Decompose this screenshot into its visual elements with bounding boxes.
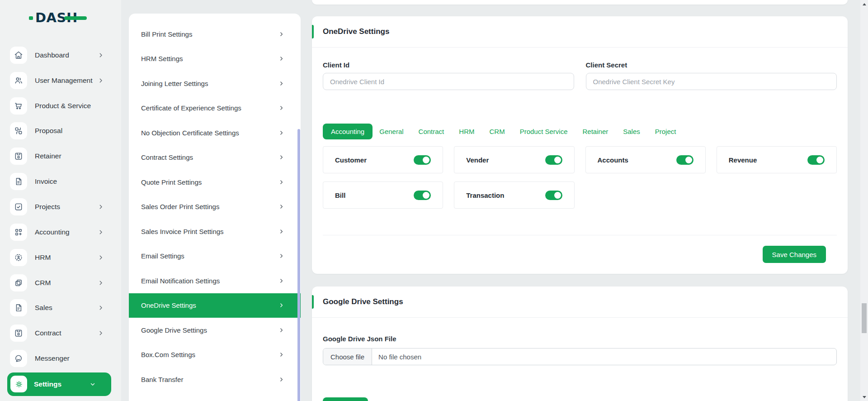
- messenger-chat-icon: [10, 350, 27, 367]
- chevron-right-icon: [278, 31, 284, 37]
- client-secret-label: Client Secret: [586, 61, 837, 69]
- settings-menu-item-sales-order-print[interactable]: Sales Order Print Settings: [129, 195, 301, 220]
- tab-product-service[interactable]: Product Service: [520, 128, 568, 135]
- sidebar-item-product-service[interactable]: Product & Service: [0, 93, 121, 119]
- card-title: Google Drive Settings: [323, 297, 403, 306]
- chevron-right-icon: [278, 229, 284, 234]
- page-scrollbar[interactable]: [860, 0, 868, 401]
- accounts-toggle[interactable]: [676, 155, 693, 165]
- users-icon: [10, 72, 27, 89]
- settings-menu-item-label: No Objection Certificate Settings: [141, 129, 239, 137]
- google-drive-settings-card: Google Drive Settings Google Drive Json …: [312, 286, 848, 401]
- sidebar-item-label: Dashboard: [35, 51, 69, 59]
- tab-project[interactable]: Project: [655, 128, 676, 135]
- bill-toggle[interactable]: [414, 191, 431, 200]
- vender-toggle[interactable]: [545, 155, 562, 165]
- settings-menu-item-label: Joining Letter Settings: [141, 80, 208, 87]
- sidebar-item-retainer[interactable]: Retainer: [0, 143, 121, 169]
- client-id-input[interactable]: [323, 73, 574, 90]
- settings-menu-item-joining-letter[interactable]: Joining Letter Settings: [129, 71, 301, 96]
- tab-crm[interactable]: CRM: [489, 128, 505, 135]
- tab-contract[interactable]: Contract: [419, 128, 444, 135]
- client-secret-input[interactable]: [586, 73, 837, 90]
- chevron-down-icon: [90, 381, 96, 387]
- sidebar-item-user-management[interactable]: User Management: [0, 68, 121, 93]
- tab-sales[interactable]: Sales: [623, 128, 640, 135]
- settings-menu-item-quote-print[interactable]: Quote Print Settings: [129, 170, 301, 195]
- settings-menu-item-certificate-experience[interactable]: Certificate of Experience Settings: [129, 96, 301, 121]
- settings-menu-item-no-objection[interactable]: No Objection Certificate Settings: [129, 120, 301, 145]
- settings-menu-item-box-com[interactable]: Box.Com Settings: [129, 343, 301, 368]
- scrollbar-up-arrow[interactable]: [860, 0, 868, 8]
- chevron-right-icon: [278, 154, 284, 160]
- toggle-card-vender: Vender: [454, 146, 574, 173]
- sidebar-item-hrm[interactable]: HRM: [0, 245, 121, 270]
- revenue-toggle[interactable]: [807, 155, 825, 165]
- gear-icon: [10, 376, 27, 392]
- settings-menu-item-bill-print[interactable]: Bill Print Settings: [129, 22, 301, 47]
- sidebar-item-label: Retainer: [35, 152, 61, 160]
- settings-menu-panel: Bill Print Settings HRM Settings Joining…: [129, 14, 301, 401]
- module-tabs: Accounting General Contract HRM CRM Prod…: [323, 124, 837, 139]
- toggle-label: Revenue: [729, 156, 757, 164]
- sidebar-item-projects[interactable]: Projects: [0, 194, 121, 220]
- toggle-card-customer: Customer: [323, 146, 443, 173]
- chevron-right-icon: [278, 377, 284, 382]
- chevron-right-icon: [278, 204, 284, 210]
- toggle-label: Vender: [466, 156, 489, 164]
- sidebar-item-messenger[interactable]: Messenger: [0, 346, 121, 371]
- scrollbar-down-arrow[interactable]: [860, 393, 868, 401]
- transaction-toggle[interactable]: [545, 191, 562, 200]
- toggle-card-bill: Bill: [323, 181, 443, 209]
- settings-menu-item-payslip[interactable]: Payslip Settings: [129, 392, 301, 401]
- chevron-right-icon: [278, 253, 284, 259]
- sidebar-item-crm[interactable]: CRM: [0, 270, 121, 296]
- toggle-card-transaction: Transaction: [454, 181, 574, 209]
- chevron-right-icon: [98, 280, 104, 286]
- settings-menu-item-label: Box.Com Settings: [141, 351, 195, 358]
- choose-file-button[interactable]: Choose file: [323, 348, 372, 365]
- customer-toggle[interactable]: [414, 155, 431, 165]
- previous-card-bottom-edge: [312, 0, 848, 5]
- tab-retainer[interactable]: Retainer: [583, 128, 609, 135]
- tab-accounting[interactable]: Accounting: [323, 124, 373, 139]
- settings-menu-item-bank-transfer[interactable]: Bank Transfer: [129, 367, 301, 392]
- sidebar-item-settings[interactable]: Settings: [7, 372, 111, 396]
- sidebar-item-invoice[interactable]: Invoice: [0, 169, 121, 194]
- tab-general[interactable]: General: [379, 128, 403, 135]
- sidebar-item-proposal[interactable]: Proposal: [0, 119, 121, 144]
- sidebar-item-contract[interactable]: Contract: [0, 320, 121, 346]
- settings-menu-item-contract[interactable]: Contract Settings: [129, 145, 301, 170]
- contract-disk-icon: [10, 325, 27, 342]
- sidebar-item-accounting[interactable]: Accounting: [0, 220, 121, 245]
- tab-hrm[interactable]: HRM: [459, 128, 474, 135]
- settings-menu-item-hrm[interactable]: HRM Settings: [129, 47, 301, 72]
- sidebar-item-label: HRM: [35, 253, 51, 262]
- save-changes-button[interactable]: Save Changes: [763, 246, 826, 263]
- sidebar-item-dashboard[interactable]: Dashboard: [0, 43, 121, 68]
- toggle-card-accounts: Accounts: [585, 146, 706, 173]
- sidebar-item-label: Accounting: [35, 228, 70, 236]
- sidebar-item-label: Contract: [35, 329, 61, 337]
- settings-menu-item-label: Bank Transfer: [141, 376, 183, 383]
- google-drive-json-file-input[interactable]: Choose file No file chosen: [323, 348, 837, 365]
- chevron-right-icon: [278, 278, 284, 284]
- settings-menu-item-onedrive[interactable]: OneDrive Settings: [129, 293, 301, 318]
- chevron-right-icon: [98, 204, 104, 210]
- proposal-icon: [10, 122, 27, 139]
- settings-menu-scrollbar-thumb[interactable]: [297, 129, 300, 401]
- chevron-right-icon: [98, 330, 104, 336]
- settings-menu-item-google-drive[interactable]: Google Drive Settings: [129, 318, 301, 343]
- scrollbar-thumb[interactable]: [862, 303, 867, 333]
- settings-menu-item-label: Contract Settings: [141, 153, 193, 161]
- settings-menu-item-email-notification[interactable]: Email Notification Settings: [129, 268, 301, 293]
- settings-menu-item-email[interactable]: Email Settings: [129, 244, 301, 269]
- card-body: Client Id Client Secret Accounting Gener…: [312, 48, 848, 273]
- sidebar-item-sales[interactable]: Sales: [0, 295, 121, 320]
- logo-accent-dot: [29, 16, 33, 20]
- card-header: OneDrive Settings: [312, 16, 848, 48]
- settings-menu-item-sales-invoice-print[interactable]: Sales Invoice Print Settings: [129, 219, 301, 244]
- chevron-right-icon: [278, 302, 284, 308]
- gdrive-partial-tab-pill[interactable]: [323, 397, 368, 401]
- settings-menu-item-label: OneDrive Settings: [141, 301, 196, 309]
